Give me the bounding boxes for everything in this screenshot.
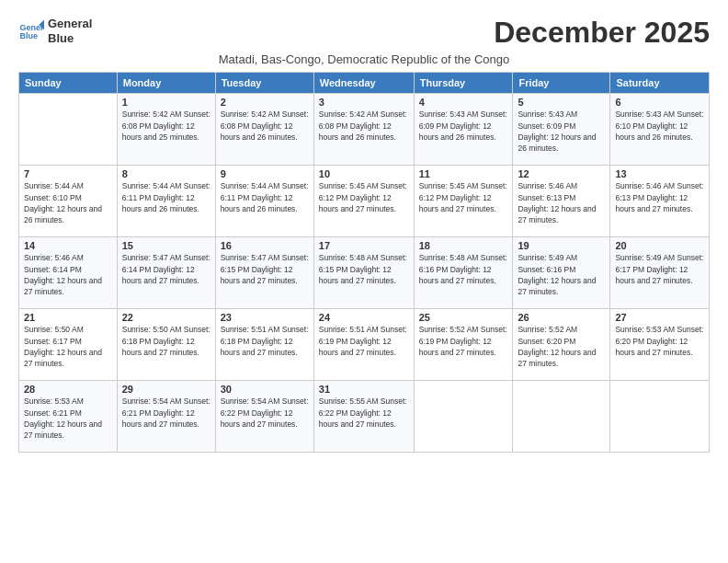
day-number: 10 [319,168,409,179]
day-number: 18 [419,240,508,251]
calendar-cell: 28Sunrise: 5:53 AM Sunset: 6:21 PM Dayli… [19,381,118,453]
calendar-cell: 22Sunrise: 5:50 AM Sunset: 6:18 PM Dayli… [117,309,215,381]
calendar-cell: 20Sunrise: 5:49 AM Sunset: 6:17 PM Dayli… [610,237,710,309]
day-info: Sunrise: 5:45 AM Sunset: 6:12 PM Dayligh… [319,180,409,214]
day-number: 31 [319,384,409,395]
day-info: Sunrise: 5:45 AM Sunset: 6:12 PM Dayligh… [419,180,508,214]
day-number: 14 [24,240,112,251]
calendar-header: Sunday Monday Tuesday Wednesday Thursday… [19,73,710,94]
day-number: 3 [319,97,409,108]
day-number: 26 [518,312,605,323]
day-number: 29 [122,384,210,395]
calendar-cell [513,381,610,453]
day-info: Sunrise: 5:54 AM Sunset: 6:22 PM Dayligh… [221,396,309,430]
calendar-cell: 1Sunrise: 5:42 AM Sunset: 6:08 PM Daylig… [117,94,215,166]
day-info: Sunrise: 5:47 AM Sunset: 6:14 PM Dayligh… [122,252,210,286]
day-info: Sunrise: 5:50 AM Sunset: 6:17 PM Dayligh… [24,324,112,369]
col-friday: Friday [513,73,610,94]
day-info: Sunrise: 5:49 AM Sunset: 6:16 PM Dayligh… [518,252,605,297]
col-monday: Monday [117,73,215,94]
logo-text: General Blue [48,17,92,45]
calendar-cell: 29Sunrise: 5:54 AM Sunset: 6:21 PM Dayli… [117,381,215,453]
day-number: 12 [518,168,605,179]
calendar-cell: 8Sunrise: 5:44 AM Sunset: 6:11 PM Daylig… [117,166,215,237]
day-info: Sunrise: 5:46 AM Sunset: 6:13 PM Dayligh… [518,180,605,225]
page: General Blue General Blue December 2025 … [0,0,728,563]
day-info: Sunrise: 5:52 AM Sunset: 6:20 PM Dayligh… [518,324,605,369]
day-info: Sunrise: 5:55 AM Sunset: 6:22 PM Dayligh… [319,396,409,430]
day-info: Sunrise: 5:42 AM Sunset: 6:08 PM Dayligh… [221,109,309,143]
calendar-week-5: 28Sunrise: 5:53 AM Sunset: 6:21 PM Dayli… [19,381,710,453]
day-number: 5 [518,97,605,108]
day-number: 21 [24,312,112,323]
day-info: Sunrise: 5:44 AM Sunset: 6:11 PM Dayligh… [122,180,210,214]
col-tuesday: Tuesday [215,73,313,94]
day-number: 23 [221,312,309,323]
day-info: Sunrise: 5:51 AM Sunset: 6:18 PM Dayligh… [221,324,309,358]
day-info: Sunrise: 5:47 AM Sunset: 6:15 PM Dayligh… [221,252,309,286]
col-sunday: Sunday [19,73,118,94]
day-info: Sunrise: 5:49 AM Sunset: 6:17 PM Dayligh… [615,252,704,286]
day-number: 16 [221,240,309,251]
day-info: Sunrise: 5:43 AM Sunset: 6:10 PM Dayligh… [615,109,704,143]
calendar-cell: 6Sunrise: 5:43 AM Sunset: 6:10 PM Daylig… [610,94,710,166]
calendar-cell: 17Sunrise: 5:48 AM Sunset: 6:15 PM Dayli… [313,237,414,309]
day-number: 8 [122,168,210,179]
day-number: 2 [221,97,309,108]
calendar-cell: 15Sunrise: 5:47 AM Sunset: 6:14 PM Dayli… [117,237,215,309]
day-number: 28 [24,384,112,395]
col-saturday: Saturday [610,73,710,94]
day-info: Sunrise: 5:50 AM Sunset: 6:18 PM Dayligh… [122,324,210,358]
day-number: 30 [221,384,309,395]
calendar-cell: 18Sunrise: 5:48 AM Sunset: 6:16 PM Dayli… [414,237,513,309]
calendar-cell: 26Sunrise: 5:52 AM Sunset: 6:20 PM Dayli… [513,309,610,381]
calendar-cell: 21Sunrise: 5:50 AM Sunset: 6:17 PM Dayli… [19,309,118,381]
day-number: 1 [122,97,210,108]
day-info: Sunrise: 5:53 AM Sunset: 6:20 PM Dayligh… [615,324,704,358]
day-info: Sunrise: 5:51 AM Sunset: 6:19 PM Dayligh… [319,324,409,358]
day-info: Sunrise: 5:43 AM Sunset: 6:09 PM Dayligh… [518,109,605,154]
calendar-cell: 3Sunrise: 5:42 AM Sunset: 6:08 PM Daylig… [313,94,414,166]
calendar-cell: 11Sunrise: 5:45 AM Sunset: 6:12 PM Dayli… [414,166,513,237]
calendar-week-3: 14Sunrise: 5:46 AM Sunset: 6:14 PM Dayli… [19,237,710,309]
calendar-week-1: 1Sunrise: 5:42 AM Sunset: 6:08 PM Daylig… [19,94,710,166]
calendar-table: Sunday Monday Tuesday Wednesday Thursday… [18,72,710,453]
day-number: 22 [122,312,210,323]
calendar-cell: 31Sunrise: 5:55 AM Sunset: 6:22 PM Dayli… [313,381,414,453]
calendar-cell: 30Sunrise: 5:54 AM Sunset: 6:22 PM Dayli… [215,381,313,453]
day-info: Sunrise: 5:46 AM Sunset: 6:13 PM Dayligh… [615,180,704,214]
header-row: Sunday Monday Tuesday Wednesday Thursday… [19,73,710,94]
calendar-cell: 12Sunrise: 5:46 AM Sunset: 6:13 PM Dayli… [513,166,610,237]
day-number: 4 [419,97,508,108]
calendar-cell: 14Sunrise: 5:46 AM Sunset: 6:14 PM Dayli… [19,237,118,309]
calendar-cell: 23Sunrise: 5:51 AM Sunset: 6:18 PM Dayli… [215,309,313,381]
logo: General Blue General Blue [18,17,92,45]
calendar-cell [610,381,710,453]
svg-text:Blue: Blue [19,31,38,40]
calendar-body: 1Sunrise: 5:42 AM Sunset: 6:08 PM Daylig… [19,94,710,453]
calendar-week-4: 21Sunrise: 5:50 AM Sunset: 6:17 PM Dayli… [19,309,710,381]
day-number: 6 [615,97,704,108]
day-info: Sunrise: 5:53 AM Sunset: 6:21 PM Dayligh… [24,396,112,441]
day-number: 19 [518,240,605,251]
day-info: Sunrise: 5:44 AM Sunset: 6:10 PM Dayligh… [24,180,112,225]
calendar-cell: 24Sunrise: 5:51 AM Sunset: 6:19 PM Dayli… [313,309,414,381]
calendar-cell: 25Sunrise: 5:52 AM Sunset: 6:19 PM Dayli… [414,309,513,381]
subtitle: Matadi, Bas-Congo, Democratic Republic o… [18,52,710,66]
calendar-cell: 7Sunrise: 5:44 AM Sunset: 6:10 PM Daylig… [19,166,118,237]
day-info: Sunrise: 5:42 AM Sunset: 6:08 PM Dayligh… [122,109,210,143]
day-number: 24 [319,312,409,323]
calendar-cell: 5Sunrise: 5:43 AM Sunset: 6:09 PM Daylig… [513,94,610,166]
col-wednesday: Wednesday [313,73,414,94]
day-info: Sunrise: 5:54 AM Sunset: 6:21 PM Dayligh… [122,396,210,430]
day-number: 17 [319,240,409,251]
calendar-cell: 2Sunrise: 5:42 AM Sunset: 6:08 PM Daylig… [215,94,313,166]
day-number: 11 [419,168,508,179]
page-header: General Blue General Blue December 2025 [18,17,710,49]
day-number: 20 [615,240,704,251]
day-number: 13 [615,168,704,179]
day-number: 9 [221,168,309,179]
calendar-cell: 19Sunrise: 5:49 AM Sunset: 6:16 PM Dayli… [513,237,610,309]
day-info: Sunrise: 5:48 AM Sunset: 6:15 PM Dayligh… [319,252,409,286]
calendar-cell: 16Sunrise: 5:47 AM Sunset: 6:15 PM Dayli… [215,237,313,309]
